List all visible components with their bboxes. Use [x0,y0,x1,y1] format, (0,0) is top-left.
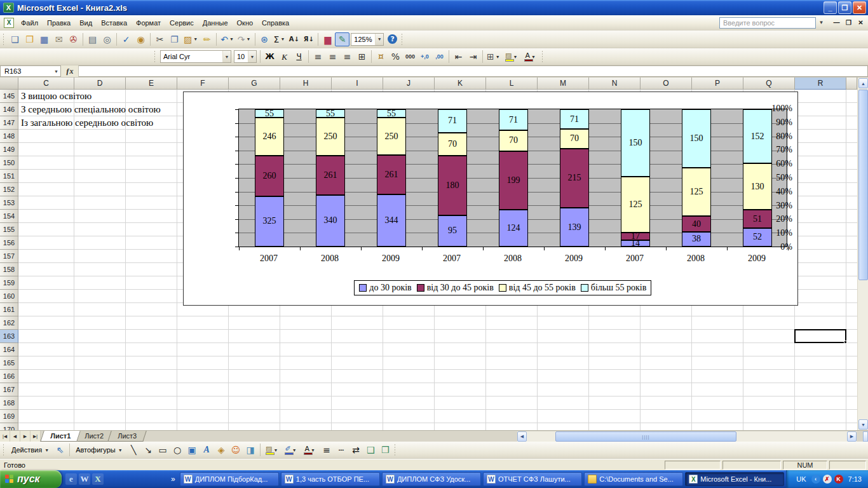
underline-icon[interactable]: Ч [292,50,306,64]
row-header-156[interactable]: 156 [0,236,18,250]
row-header-164[interactable]: 164 [0,343,18,356]
menu-item[interactable]: Формат [132,17,165,29]
research-icon[interactable]: ◉ [133,32,148,46]
dropdown-arrow-icon[interactable]: ▼ [193,37,198,41]
bar-segment[interactable]: 71 [438,109,467,133]
print-preview-icon[interactable]: ◎ [100,32,114,46]
row-header-151[interactable]: 151 [0,170,18,183]
column-header-P[interactable]: P [692,78,743,90]
bar-segment[interactable]: 55 [377,109,406,118]
dropdown-arrow-icon[interactable]: ▼ [273,448,278,452]
taskbar-task[interactable]: WДИПЛОМ ПідборКад... [180,472,279,486]
legend-item[interactable]: до 30 років [359,283,411,293]
toolbar-grip[interactable] [394,444,397,456]
bar-segment[interactable]: 130 [743,163,772,210]
row-header-160[interactable]: 160 [0,290,18,303]
fill-handle[interactable] [844,341,847,344]
column-header-M[interactable]: M [538,78,589,90]
cut-icon[interactable]: ✂ [153,32,167,46]
word-icon[interactable]: W [79,473,90,485]
dropdown-arrow-icon[interactable]: ▼ [292,448,297,452]
toolbar-grip[interactable] [541,50,544,63]
autosum-icon[interactable]: Σ▼ [272,32,287,46]
borders-icon[interactable]: ⊞▼ [485,50,502,64]
align-center-icon[interactable]: ≡ [325,50,340,64]
minimize-button[interactable]: _ [824,1,837,14]
row-header-147[interactable]: 147 [0,116,18,130]
3d-style-icon[interactable]: ❒ [378,443,393,457]
window-minimize-button[interactable]: — [831,18,842,28]
italic-icon[interactable]: К [277,50,292,64]
active-cell[interactable] [794,329,846,343]
tab-split-handle[interactable] [863,431,868,442]
bar-segment[interactable]: 215 [560,149,589,208]
restore-button[interactable]: ❐ [838,1,851,14]
bar-segment[interactable]: 139 [560,208,589,247]
row-header-152[interactable]: 152 [0,183,18,196]
help-icon[interactable]: ? [385,32,400,46]
name-box[interactable]: R163 ▼ [0,65,61,77]
start-button[interactable]: пуск [0,470,62,488]
excel-icon[interactable]: X [92,473,104,485]
font-size-select[interactable]: 10▼ [234,50,257,63]
row-header-148[interactable]: 148 [0,130,18,143]
tab-nav-icon[interactable]: |◀ [0,431,10,442]
line-color-icon[interactable]: ✐▼ [281,443,301,457]
scroll-up-icon[interactable]: ▲ [858,78,868,88]
bar-segment[interactable]: 70 [438,133,467,156]
chart-legend[interactable]: до 30 роківвід 30 до 45 роківвід 45 до 5… [354,280,651,295]
tab-nav-icon[interactable]: ▶| [31,431,41,442]
window-close-button[interactable]: ✕ [855,18,866,28]
bar-segment[interactable]: 152 [743,109,772,163]
bar-segment[interactable]: 70 [499,130,528,151]
toolbar-grip[interactable] [3,444,5,456]
column-header-L[interactable]: L [486,78,538,90]
row-header-154[interactable]: 154 [0,210,18,223]
increase-indent-icon[interactable]: ⇥ [466,50,480,64]
tray-network-error-icon[interactable]: ✗ [823,475,832,484]
chart[interactable]: 3252602465534026125055344261250559518070… [183,92,798,306]
dash-style-icon[interactable]: ┄ [334,443,349,457]
chart-plot-area[interactable]: 3252602465534026125055344261250559518070… [238,109,787,247]
tab-nav-icon[interactable]: ▶ [20,431,31,442]
line-style-icon[interactable]: ≡ [320,443,334,457]
menu-item[interactable]: Данные [198,17,233,29]
autoshapes-menu[interactable]: Автофигуры▼ [72,443,126,457]
row-header-167[interactable]: 167 [0,383,18,396]
fill-color-icon[interactable]: ▨▼ [502,50,521,64]
quick-launch-chevron-icon[interactable]: » [168,470,178,488]
question-box[interactable]: Введите вопрос [719,17,816,29]
bar-segment[interactable]: 71 [499,109,528,130]
row-header-161[interactable]: 161 [0,303,18,316]
cell-text[interactable]: З вищою освітою [18,90,92,103]
row-header-158[interactable]: 158 [0,263,18,276]
sheet-tab-3[interactable]: Лист3 [107,431,147,442]
align-left-icon[interactable]: ≡ [311,50,325,64]
sort-descending-icon[interactable]: Я↓ [301,32,316,46]
column-header-J[interactable]: J [383,78,435,90]
column-header-O[interactable]: O [641,78,692,90]
formula-input[interactable] [79,65,868,77]
arrow-style-icon[interactable]: ⇄ [349,443,363,457]
column-header-D[interactable]: D [74,78,126,90]
row-header-155[interactable]: 155 [0,223,18,236]
bar-segment[interactable]: 344 [377,194,406,247]
increase-decimal-icon[interactable]: +,0 [417,50,432,64]
question-dropdown-icon[interactable]: ▼ [817,17,825,29]
menu-item[interactable]: Вид [75,17,97,29]
row-header-165[interactable]: 165 [0,356,18,370]
row-header-153[interactable]: 153 [0,196,18,210]
column-header-R[interactable]: R [795,78,846,90]
legend-item[interactable]: від 30 до 45 років [417,283,494,293]
horizontal-scroll-thumb[interactable]: |||| [555,431,736,442]
bar-segment[interactable]: 150 [621,109,650,177]
menu-item[interactable]: Сервис [165,17,198,29]
bar-segment[interactable]: 52 [743,228,772,247]
paste-icon[interactable]: ▨▼ [182,32,200,46]
bar-segment[interactable]: 40 [682,216,711,231]
bar-segment[interactable]: 14 [621,240,650,247]
workbook-icon[interactable]: X [4,18,14,28]
bar-segment[interactable]: 17 [621,233,650,240]
taskbar-task[interactable]: XMicrosoft Excel - Кни... [685,472,784,486]
bar-segment[interactable]: 250 [316,118,345,156]
